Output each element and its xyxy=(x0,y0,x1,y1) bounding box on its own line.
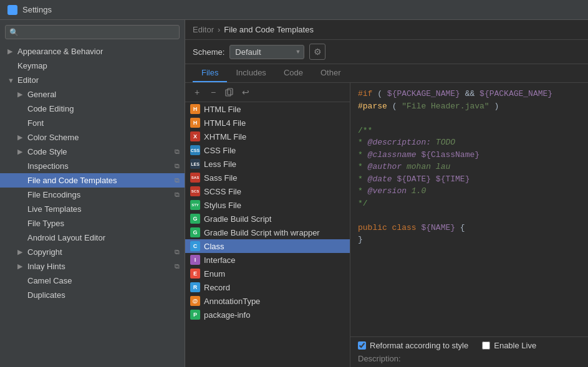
add-template-button[interactable]: + xyxy=(190,85,204,99)
sidebar-item-font[interactable]: Font xyxy=(0,116,185,130)
file-item-gradle-wrapper[interactable]: G Gradle Build Script with wrapper xyxy=(185,226,350,239)
search-input[interactable] xyxy=(21,27,175,37)
sidebar-item-appearance[interactable]: ▶ Appearance & Behavior xyxy=(0,44,185,59)
scheme-select[interactable]: Default Project xyxy=(229,45,304,59)
code-line-7: * @author mohan lau xyxy=(358,161,581,173)
breadcrumb-sep: › xyxy=(218,25,220,34)
code-line-12: public class ${NAME} { xyxy=(358,222,581,234)
sidebar-item-label: General xyxy=(27,90,180,99)
file-item-class[interactable]: C Class xyxy=(185,239,350,253)
search-icon: 🔍 xyxy=(9,28,19,37)
tab-includes[interactable]: Includes xyxy=(227,64,274,82)
enable-live-checkbox[interactable] xyxy=(482,341,490,350)
copy-icon: ⧉ xyxy=(175,162,180,170)
tab-code[interactable]: Code xyxy=(275,64,312,82)
sidebar-item-code-editing[interactable]: Code Editing xyxy=(0,102,185,116)
sidebar-item-live-templates[interactable]: Live Templates xyxy=(0,202,185,216)
file-item-label: Gradle Build Script with wrapper xyxy=(204,228,320,237)
sidebar-item-file-and-code-templates[interactable]: File and Code Templates ⧉ xyxy=(0,173,185,188)
file-item-label: Class xyxy=(204,242,224,251)
copy-icon: ⧉ xyxy=(175,148,180,156)
file-item-less[interactable]: LES Less File xyxy=(185,157,350,171)
title-bar: Settings xyxy=(0,0,588,20)
sidebar-item-label: Copyright xyxy=(27,247,172,257)
sidebar-item-label: Editor xyxy=(17,75,180,85)
stylus-icon: STY xyxy=(190,200,200,210)
sidebar-item-label: Inspections xyxy=(27,161,172,171)
file-item-label: XHTML File xyxy=(204,132,246,141)
sidebar-item-color-scheme[interactable]: ▶ Color Scheme xyxy=(0,130,185,145)
sidebar-item-code-style[interactable]: ▶ Code Style ⧉ xyxy=(0,145,185,159)
file-item-sass[interactable]: SAS Sass File xyxy=(185,171,350,184)
file-item-gradle[interactable]: G Gradle Build Script xyxy=(185,212,350,226)
file-item-label: Less File xyxy=(204,160,236,169)
sidebar-item-duplicates[interactable]: Duplicates xyxy=(0,288,185,302)
breadcrumb-current: File and Code Templates xyxy=(224,25,314,34)
content-area: Editor › File and Code Templates Scheme:… xyxy=(185,20,588,367)
file-item-xhtml[interactable]: X XHTML File xyxy=(185,130,350,143)
tab-files[interactable]: Files xyxy=(193,64,227,82)
sidebar-item-camel-case[interactable]: Camel Case xyxy=(0,274,185,288)
enable-live-label[interactable]: Enable Live xyxy=(494,341,536,350)
search-box[interactable]: 🔍 xyxy=(5,25,180,39)
file-item-label: CSS File xyxy=(204,146,236,155)
file-item-enum[interactable]: E Enum xyxy=(185,267,350,280)
file-item-css[interactable]: CSS CSS File xyxy=(185,143,350,157)
sidebar-item-copyright[interactable]: ▶ Copyright ⧉ xyxy=(0,245,185,259)
code-line-6: * @classname ${ClassName} xyxy=(358,149,581,161)
sidebar-item-label: Duplicates xyxy=(27,290,180,300)
reformat-checkbox[interactable] xyxy=(358,341,366,350)
arrow-icon: ▶ xyxy=(17,262,25,270)
code-editor[interactable]: #if ( ${PACKAGE_NAME} && ${PACKAGE_NAME}… xyxy=(350,83,588,336)
html-icon: H xyxy=(190,104,200,114)
annotation-icon: @ xyxy=(190,296,200,306)
sidebar-item-label: Appearance & Behavior xyxy=(17,47,180,56)
gradle-icon: G xyxy=(190,214,200,224)
copy-template-button[interactable] xyxy=(223,85,236,99)
sidebar-item-label: Live Templates xyxy=(27,204,180,214)
record-icon: R xyxy=(190,282,200,292)
arrow-icon: ▶ xyxy=(17,248,25,256)
sidebar-item-keymap[interactable]: Keymap xyxy=(0,59,185,73)
arrow-icon: ▶ xyxy=(17,90,25,98)
file-item-label: Gradle Build Script xyxy=(204,214,271,224)
sidebar-item-file-encodings[interactable]: File Encodings ⧉ xyxy=(0,188,185,202)
xhtml-icon: X xyxy=(190,131,200,141)
sidebar-item-label: Camel Case xyxy=(27,276,180,285)
file-item-package-info[interactable]: P package-info xyxy=(185,308,350,322)
file-item-annotation[interactable]: @ AnnotationType xyxy=(185,294,350,308)
code-line-1: #if ( ${PACKAGE_NAME} && ${PACKAGE_NAME} xyxy=(358,88,581,100)
bottom-options: Reformat according to style Enable Live xyxy=(350,336,588,354)
file-item-stylus[interactable]: STY Stylus File xyxy=(185,198,350,212)
gear-button[interactable]: ⚙ xyxy=(309,44,325,60)
sidebar-item-label: File and Code Templates xyxy=(27,176,172,185)
file-item-label: Record xyxy=(204,283,230,292)
file-item-html4[interactable]: H HTML4 File xyxy=(185,116,350,130)
sidebar-item-label: File Encodings xyxy=(27,190,172,199)
description-row: Description: xyxy=(350,354,588,367)
main-layout: 🔍 ▶ Appearance & Behavior Keymap ▼ Edito… xyxy=(0,20,588,367)
sidebar-item-file-types[interactable]: File Types xyxy=(0,216,185,231)
tab-other[interactable]: Other xyxy=(312,64,350,82)
reset-template-button[interactable]: ↩ xyxy=(239,85,253,99)
file-item-scss[interactable]: SCS SCSS File xyxy=(185,184,350,198)
sidebar-item-inspections[interactable]: Inspections ⧉ xyxy=(0,159,185,173)
sidebar-item-android-layout-editor[interactable]: Android Layout Editor xyxy=(0,231,185,245)
arrow-icon: ▼ xyxy=(7,77,15,84)
file-item-label: Interface xyxy=(204,255,236,265)
sass-icon: SAS xyxy=(190,173,200,183)
sidebar-item-editor[interactable]: ▼ Editor xyxy=(0,73,185,87)
file-item-record[interactable]: R Record xyxy=(185,280,350,294)
sidebar-item-general[interactable]: ▶ General xyxy=(0,87,185,102)
remove-template-button[interactable]: − xyxy=(206,85,220,99)
gradle-wrapper-icon: G xyxy=(190,227,200,237)
file-item-html[interactable]: H HTML File xyxy=(185,102,350,116)
copy-icon: ⧉ xyxy=(175,176,180,184)
file-item-interface[interactable]: I Interface xyxy=(185,253,350,267)
code-line-9: * @version 1.0 xyxy=(358,185,581,198)
breadcrumb-parent: Editor xyxy=(193,25,214,34)
scheme-select-wrapper[interactable]: Default Project xyxy=(229,45,304,59)
sidebar-item-inlay-hints[interactable]: ▶ Inlay Hints ⧉ xyxy=(0,259,185,274)
reformat-label[interactable]: Reformat according to style xyxy=(370,341,468,350)
file-item-label: HTML4 File xyxy=(204,118,246,128)
